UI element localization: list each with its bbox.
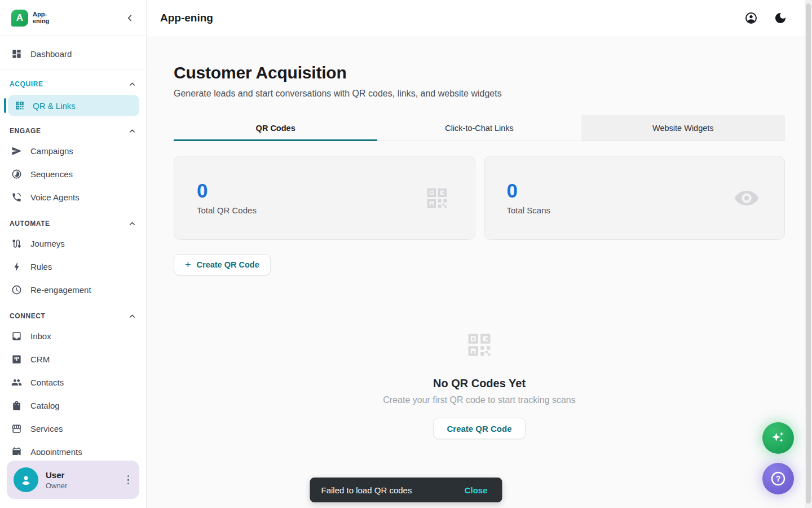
sidebar-item-label: Campaigns xyxy=(30,146,73,156)
shopping-bag-icon xyxy=(11,400,22,411)
tab-qr-codes[interactable]: QR Codes xyxy=(174,115,377,141)
help-button[interactable]: ? xyxy=(762,463,794,494)
sidebar-item-appointments[interactable]: Appointments xyxy=(0,440,146,455)
account-circle-icon xyxy=(744,11,758,25)
section-label: AUTOMATE xyxy=(10,220,50,227)
sidebar-item-journeys[interactable]: Journeys xyxy=(0,232,146,255)
ai-assistant-button[interactable] xyxy=(762,422,794,454)
sidebar-collapse-button[interactable] xyxy=(122,11,137,25)
logo-letter: A xyxy=(16,12,23,24)
sidebar-item-label: QR & Links xyxy=(33,101,76,111)
sidebar-section-automate[interactable]: AUTOMATE xyxy=(0,215,146,232)
tab-bar: QR Codes Click-to-Chat Links Website Wid… xyxy=(174,115,785,141)
sidebar-item-label: Journeys xyxy=(30,239,65,248)
sidebar-item-crm[interactable]: CRM xyxy=(0,348,146,371)
dark-mode-toggle[interactable] xyxy=(774,11,787,25)
app-logo-icon: A xyxy=(11,10,28,27)
sidebar-item-catalog[interactable]: Catalog xyxy=(0,394,146,417)
user-name: User xyxy=(46,470,67,480)
sidebar-user-area: User Owner xyxy=(0,455,146,508)
sidebar-item-label: Catalog xyxy=(30,401,60,410)
section-label: ENGAGE xyxy=(10,127,41,135)
toast: Failed to load QR codes Close xyxy=(310,478,502,502)
plus-icon: + xyxy=(185,260,191,270)
empty-state-subtitle: Create your first QR code to start track… xyxy=(383,395,575,405)
qr-code-empty-icon xyxy=(465,330,494,360)
kanban-icon xyxy=(11,354,22,365)
storefront-icon xyxy=(11,423,22,434)
empty-state-title: No QR Codes Yet xyxy=(433,377,526,390)
qr-code-icon xyxy=(424,185,450,211)
sidebar-item-rules[interactable]: Rules xyxy=(0,255,146,278)
sidebar-item-inbox[interactable]: Inbox xyxy=(0,325,146,348)
create-qr-code-button[interactable]: + Create QR Code xyxy=(174,254,271,275)
sidebar-item-contacts[interactable]: Contacts xyxy=(0,371,146,394)
stats-row: 0 Total QR Codes 0 Total Scans xyxy=(174,156,785,240)
stat-label: Total QR Codes xyxy=(197,205,257,215)
sidebar-item-label: Services xyxy=(30,424,63,433)
tab-website-widgets[interactable]: Website Widgets xyxy=(581,115,785,141)
qr-code-icon xyxy=(15,100,25,111)
sidebar-item-label: Dashboard xyxy=(30,49,72,59)
tab-click-to-chat-links[interactable]: Click-to-Chat Links xyxy=(377,115,581,141)
chevron-up-icon xyxy=(128,312,136,321)
timelapse-icon xyxy=(11,169,22,179)
question-mark-icon: ? xyxy=(769,470,787,488)
main-content: Customer Acquisition Generate leads and … xyxy=(147,36,812,508)
app-logo[interactable]: A App- ening xyxy=(11,10,49,27)
inbox-icon xyxy=(11,331,22,341)
sidebar-item-services[interactable]: Services xyxy=(0,417,146,440)
person-icon xyxy=(19,473,33,487)
header-title: App-ening xyxy=(160,12,213,24)
sidebar: A App- ening Dashboard ACQUIRE xyxy=(0,0,147,508)
sidebar-item-label: Re-engagement xyxy=(30,285,91,295)
sidebar-item-campaigns[interactable]: Campaigns xyxy=(0,139,146,163)
user-role: Owner xyxy=(46,481,67,490)
stat-value: 0 xyxy=(507,181,551,200)
sidebar-header: A App- ening xyxy=(0,0,146,36)
sidebar-nav: Dashboard ACQUIRE QR & Links ENGAGE Camp… xyxy=(0,36,146,455)
moon-icon xyxy=(774,11,787,25)
scrollbar-thumb[interactable] xyxy=(806,3,811,503)
empty-state: No QR Codes Yet Create your first QR cod… xyxy=(174,330,785,439)
sidebar-item-re-engagement[interactable]: CONNECT Re-engagement xyxy=(0,278,146,301)
sidebar-item-label: Contacts xyxy=(30,378,64,387)
top-header: App-ening xyxy=(147,0,812,36)
stat-label: Total Scans xyxy=(507,205,551,215)
clock-icon xyxy=(11,284,22,295)
dashboard-icon xyxy=(11,49,22,59)
svg-text:?: ? xyxy=(776,474,781,483)
user-avatar xyxy=(14,467,38,492)
section-label: CONNECT xyxy=(10,312,46,320)
bolt-icon xyxy=(11,261,22,272)
send-icon xyxy=(11,146,22,156)
phone-call-icon xyxy=(11,192,22,203)
app-window: A App- ening Dashboard ACQUIRE xyxy=(0,0,812,508)
calendar-icon xyxy=(11,446,22,455)
section-label: ACQUIRE xyxy=(10,80,43,88)
sidebar-item-voice-agents[interactable]: Voice Agents xyxy=(0,186,146,209)
sidebar-section-connect[interactable]: CONNECT xyxy=(0,308,146,325)
sidebar-item-sequences[interactable]: Sequences xyxy=(0,163,146,186)
empty-create-qr-code-button[interactable]: Create QR Code xyxy=(433,418,525,439)
user-card[interactable]: User Owner xyxy=(7,461,139,499)
sidebar-item-label: Appointments xyxy=(30,447,82,455)
account-button[interactable] xyxy=(744,11,758,25)
user-menu-button[interactable] xyxy=(124,472,133,488)
sidebar-item-label: CRM xyxy=(30,354,50,364)
sidebar-item-label: Sequences xyxy=(30,169,73,179)
sidebar-section-engage[interactable]: ENGAGE xyxy=(0,122,146,139)
stat-card-total-qr-codes: 0 Total QR Codes xyxy=(174,156,475,240)
sparkles-icon xyxy=(770,430,787,446)
sidebar-divider xyxy=(0,69,146,69)
chevron-left-icon xyxy=(125,13,135,23)
chevron-up-icon xyxy=(128,127,136,135)
stat-value: 0 xyxy=(197,181,257,200)
chevron-up-icon xyxy=(128,220,136,228)
sidebar-item-qr-links[interactable]: QR & Links xyxy=(8,95,139,116)
scrollbar xyxy=(805,0,812,508)
toast-close-button[interactable]: Close xyxy=(461,485,491,496)
sidebar-item-label: Inbox xyxy=(30,331,51,341)
sidebar-item-dashboard[interactable]: Dashboard xyxy=(0,41,146,67)
sidebar-section-acquire[interactable]: ACQUIRE xyxy=(0,76,146,93)
